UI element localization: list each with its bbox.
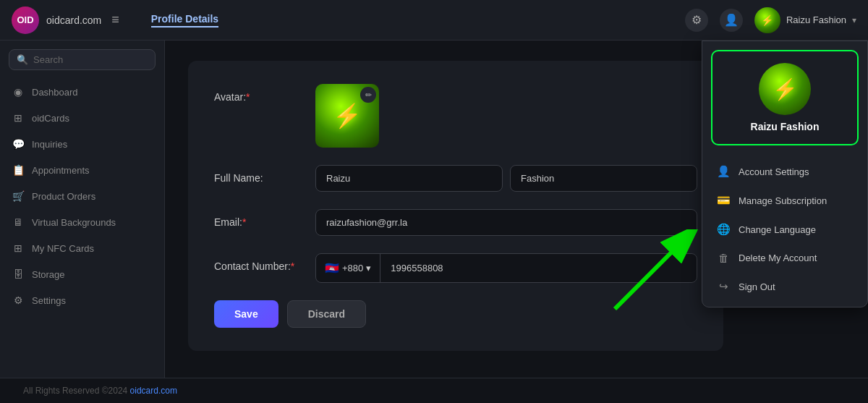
sidebar-item-storage[interactable]: 🗄 Storage [0, 261, 164, 287]
topnav: OID oidcard.com ≡ Profile Details ⚙ 👤 ⚡ … [0, 0, 868, 41]
hamburger-icon[interactable]: ≡ [111, 12, 119, 27]
change-language-icon: 🌐 [717, 223, 730, 236]
sidebar-item-label: Virtual Backgrounds [32, 217, 116, 228]
oidcards-icon: ⊞ [12, 111, 25, 124]
dropdown-menu-list: 👤 Account Settings 💳 Manage Subscription… [702, 154, 867, 307]
sidebar-item-appointments[interactable]: 📋 Appointments [0, 157, 164, 183]
country-code-selector[interactable]: 🇰🇭 +880 ▾ [316, 254, 380, 282]
email-input[interactable] [315, 209, 697, 236]
account-settings-icon: 👤 [717, 165, 730, 178]
sidebar-item-product-orders[interactable]: 🛒 Product Orders [0, 183, 164, 209]
avatar-label: Avatar:* [214, 84, 315, 103]
dropdown-item-account-settings[interactable]: 👤 Account Settings [702, 157, 867, 186]
country-code-chevron-icon: ▾ [366, 263, 371, 273]
nav-right: ⚙ 👤 ⚡ Raizu Fashion ▾ [685, 7, 856, 33]
footer: All Rights Reserved ©2024 oidcard.com [0, 378, 868, 403]
delete-account-icon: 🗑 [717, 252, 730, 264]
logo-area: OID oidcard.com ≡ [12, 7, 119, 34]
sidebar-item-label: My NFC Cards [32, 243, 94, 254]
sidebar-item-oidcards[interactable]: ⊞ oidCards [0, 105, 164, 131]
sign-out-label: Sign Out [739, 281, 775, 292]
storage-icon: 🗄 [12, 268, 25, 281]
sign-out-icon: ↪ [717, 280, 730, 293]
appointments-icon: 📋 [12, 164, 25, 177]
dropdown-avatar: ⚡ [759, 63, 811, 115]
avatar-edit-icon[interactable]: ✏ [360, 87, 376, 103]
profile-details-tab[interactable]: Profile Details [151, 13, 218, 27]
search-wrap: 🔍 [0, 49, 164, 79]
first-name-input[interactable] [315, 165, 503, 192]
avatar-field: ⚡ ✏ [315, 84, 697, 148]
sidebar-item-label: Inquiries [32, 139, 67, 150]
sidebar-item-label: Settings [32, 295, 66, 306]
settings-icon[interactable]: ⚙ [685, 9, 708, 32]
dropdown-item-delete-account[interactable]: 🗑 Delete My Account [702, 244, 867, 272]
product-orders-icon: 🛒 [12, 190, 25, 203]
country-code-text: +880 [342, 263, 363, 273]
flag-icon: 🇰🇭 [325, 261, 339, 275]
avatar-container: ⚡ ✏ [315, 84, 379, 148]
search-field-wrap[interactable]: 🔍 [9, 49, 156, 70]
dashboard-icon: ◉ [12, 85, 25, 98]
sidebar-item-dashboard[interactable]: ◉ Dashboard [0, 79, 164, 105]
fullname-row: Full Name: [214, 165, 697, 192]
settings-sidebar-icon: ⚙ [12, 294, 25, 307]
contact-row: Contact Number:* 🇰🇭 +880 ▾ [214, 253, 697, 283]
sidebar: 🔍 ◉ Dashboard ⊞ oidCards 💬 Inquiries 📋 A… [0, 41, 165, 378]
sidebar-item-settings[interactable]: ⚙ Settings [0, 287, 164, 313]
sidebar-item-my-nfc-cards[interactable]: ⊞ My NFC Cards [0, 235, 164, 261]
email-row: Email:* [214, 209, 697, 236]
nfc-cards-icon: ⊞ [12, 242, 25, 255]
sidebar-item-virtual-backgrounds[interactable]: 🖥 Virtual Backgrounds [0, 209, 164, 235]
phone-number-input[interactable] [380, 255, 697, 281]
nav-center: Profile Details [137, 13, 685, 27]
dropdown-item-change-language[interactable]: 🌐 Change Language [702, 215, 867, 244]
dropdown-item-sign-out[interactable]: ↪ Sign Out [702, 272, 867, 301]
email-label: Email:* [214, 209, 315, 228]
manage-subscription-icon: 💳 [717, 194, 730, 207]
email-fields [315, 209, 697, 236]
dropdown-header: ⚡ Raizu Fashion [711, 50, 859, 145]
site-name: oidcard.com [46, 14, 101, 26]
discard-button[interactable]: Discard [287, 300, 366, 328]
contact-label: Contact Number:* [214, 253, 315, 272]
footer-text: All Rights Reserved ©2024 [23, 386, 130, 396]
virtual-backgrounds-icon: 🖥 [12, 216, 25, 229]
inquiries-icon: 💬 [12, 137, 25, 150]
user-name-nav: Raizu Fashion [786, 14, 846, 25]
fullname-label: Full Name: [214, 165, 315, 184]
avatar-row: Avatar:* ⚡ ✏ [214, 84, 697, 148]
sidebar-item-label: Appointments [32, 165, 90, 176]
sidebar-item-label: Storage [32, 269, 65, 280]
profile-form-card: Avatar:* ⚡ ✏ Full Name: [188, 61, 723, 351]
logo-icon[interactable]: OID [12, 7, 39, 34]
avatar-required: * [246, 91, 250, 103]
change-language-label: Change Language [739, 224, 816, 235]
dropdown-username: Raizu Fashion [751, 121, 820, 132]
contact-required: * [291, 260, 294, 272]
contact-fields: 🇰🇭 +880 ▾ [315, 253, 697, 283]
email-required: * [242, 216, 246, 228]
search-input[interactable] [33, 54, 148, 65]
dropdown-chevron-icon: ▾ [852, 15, 856, 25]
sidebar-item-label: Dashboard [32, 87, 78, 98]
user-dropdown[interactable]: ⚡ Raizu Fashion ▾ [754, 7, 856, 33]
sidebar-item-inquiries[interactable]: 💬 Inquiries [0, 131, 164, 157]
account-settings-label: Account Settings [739, 166, 809, 177]
form-buttons: Save Discard [214, 300, 697, 328]
user-avatar-nav: ⚡ [754, 7, 780, 33]
footer-link[interactable]: oidcard.com [130, 386, 177, 396]
user-dropdown-menu: ⚡ Raizu Fashion 👤 Account Settings 💳 Man… [702, 41, 868, 307]
delete-account-label: Delete My Account [739, 253, 817, 263]
fullname-fields [315, 165, 697, 192]
dropdown-item-manage-subscription[interactable]: 💳 Manage Subscription [702, 186, 867, 215]
last-name-input[interactable] [510, 165, 697, 192]
search-icon: 🔍 [17, 54, 28, 65]
user-switch-icon[interactable]: 👤 [720, 9, 743, 32]
manage-subscription-label: Manage Subscription [739, 195, 827, 206]
sidebar-item-label: oidCards [32, 113, 69, 124]
sidebar-item-label: Product Orders [32, 191, 95, 202]
phone-input-wrap: 🇰🇭 +880 ▾ [315, 253, 697, 283]
save-button[interactable]: Save [214, 300, 278, 328]
